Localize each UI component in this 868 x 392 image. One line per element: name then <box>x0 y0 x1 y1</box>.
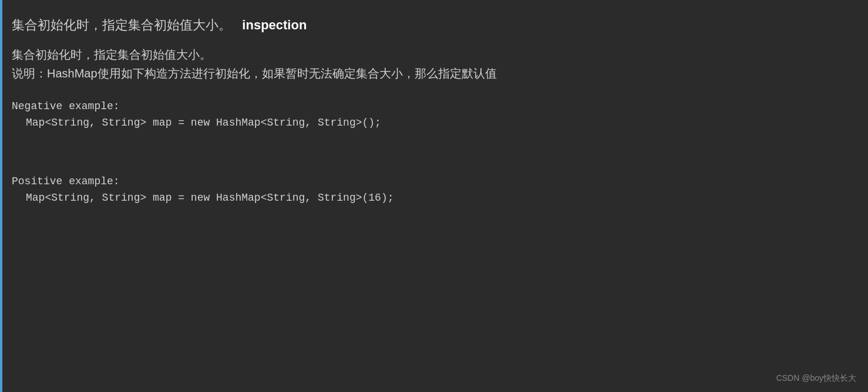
negative-code: Map<String, String> map = new HashMap<St… <box>12 117 850 129</box>
negative-example-block: Negative example: Map<String, String> ma… <box>12 100 850 129</box>
title-keyword: inspection <box>242 18 307 32</box>
positive-code: Map<String, String> map = new HashMap<St… <box>12 192 850 204</box>
title-prefix: 集合初始化时，指定集合初始值大小。 <box>12 18 231 32</box>
title-line: 集合初始化时，指定集合初始值大小。 inspection <box>12 16 850 35</box>
description-block: 集合初始化时，指定集合初始值大小。 说明：HashMap使用如下构造方法进行初始… <box>12 45 850 83</box>
main-content: 集合初始化时，指定集合初始值大小。 inspection 集合初始化时，指定集合… <box>0 0 868 392</box>
negative-label: Negative example: <box>12 100 850 112</box>
watermark: CSDN @boy快快长大 <box>776 373 856 384</box>
positive-example-block: Positive example: Map<String, String> ma… <box>12 175 850 204</box>
desc-line-2: 说明：HashMap使用如下构造方法进行初始化，如果暂时无法确定集合大小，那么指… <box>12 64 850 83</box>
positive-label: Positive example: <box>12 175 850 187</box>
desc-line-1: 集合初始化时，指定集合初始值大小。 <box>12 45 850 64</box>
